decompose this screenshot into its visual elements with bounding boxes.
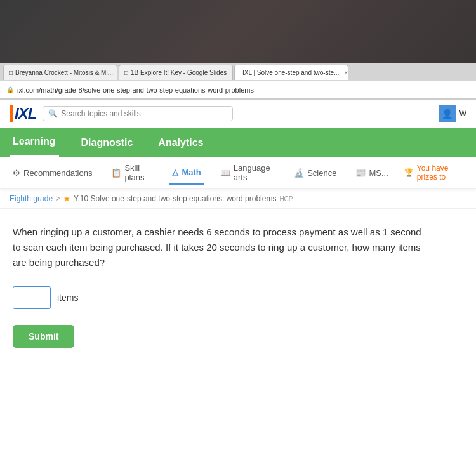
recommendations-icon: ⚙ xyxy=(13,168,20,178)
tab-3-close[interactable]: × xyxy=(344,69,348,76)
ixl-site: IXL 🔍 👤 W Learning Diagnostic Analytics xyxy=(0,100,476,476)
tabs-bar: □ Breyanna Crockett - Mitosis & Mi... × … xyxy=(0,63,476,81)
tab-1[interactable]: □ Breyanna Crockett - Mitosis & Mi... × xyxy=(3,65,117,80)
recommendations-label: Recommendations xyxy=(23,168,92,178)
tab-1-label: Breyanna Crockett - Mitosis & Mi... xyxy=(15,69,113,76)
science-icon: 🔬 xyxy=(294,168,304,178)
tab-2-label: 1B Explore It! Key - Google Slides xyxy=(131,69,227,76)
logo-text: IXL xyxy=(15,105,36,122)
bezel-top xyxy=(0,0,476,63)
ms-label: MS... xyxy=(369,168,388,178)
search-icon: 🔍 xyxy=(48,109,58,118)
math-label: Math xyxy=(182,168,201,177)
user-label: W xyxy=(459,109,466,118)
ixl-logo[interactable]: IXL xyxy=(10,105,36,122)
search-box[interactable]: 🔍 xyxy=(43,106,233,121)
ixl-nav: Learning Diagnostic Analytics xyxy=(0,128,476,157)
skill-plans-label: Skill plans xyxy=(124,163,153,182)
submit-button[interactable]: Submit xyxy=(13,325,74,348)
breadcrumb-chevron: > xyxy=(56,194,60,203)
skill-plans-icon: 📋 xyxy=(111,168,121,178)
tab-2-favicon: □ xyxy=(124,69,128,77)
ms-icon: 📰 xyxy=(355,168,366,178)
language-arts-icon: 📖 xyxy=(220,168,230,178)
nav-analytics[interactable]: Analytics xyxy=(155,129,206,156)
question-text: When ringing up a customer, a cashier ne… xyxy=(13,225,425,270)
subnav-science[interactable]: 🔬 Science xyxy=(291,162,340,184)
subnav-skill-plans[interactable]: 📋 Skill plans xyxy=(108,157,156,188)
tab-3[interactable]: IXL | Solve one-step and two-ste... × xyxy=(234,65,348,80)
search-input[interactable] xyxy=(61,109,227,118)
breadcrumb-grade[interactable]: Eighth grade xyxy=(10,194,53,203)
tab-2-close[interactable]: × xyxy=(232,69,233,76)
address-bar[interactable]: 🔒 ixl.com/math/grade-8/solve-one-step-an… xyxy=(0,81,476,99)
answer-input[interactable] xyxy=(13,286,51,309)
ixl-content: When ringing up a customer, a cashier ne… xyxy=(0,209,476,364)
tab-1-favicon: □ xyxy=(9,69,13,77)
logo-bar xyxy=(10,105,13,122)
user-avatar: 👤 xyxy=(439,105,456,122)
subnav-recommendations[interactable]: ⚙ Recommendations xyxy=(10,162,95,184)
prize-icon: 🏆 xyxy=(404,168,414,177)
prizes-label: You have prizes to xyxy=(417,164,466,182)
subnav-prizes: 🏆 You have prizes to xyxy=(404,164,466,182)
screen: □ Breyanna Crockett - Mitosis & Mi... × … xyxy=(0,63,476,476)
nav-learning[interactable]: Learning xyxy=(10,128,59,157)
breadcrumb-tag: HCP xyxy=(279,195,293,202)
breadcrumb-star: ★ xyxy=(63,194,70,203)
science-label: Science xyxy=(307,168,336,178)
answer-area: items xyxy=(13,286,463,309)
nav-diagnostic[interactable]: Diagnostic xyxy=(78,129,136,156)
tab-2[interactable]: □ 1B Explore It! Key - Google Slides × xyxy=(119,65,233,80)
math-icon: △ xyxy=(172,168,178,177)
ixl-header: IXL 🔍 👤 W xyxy=(0,100,476,128)
browser-chrome: □ Breyanna Crockett - Mitosis & Mi... × … xyxy=(0,63,476,100)
header-user[interactable]: 👤 W xyxy=(439,105,466,122)
subnav-math[interactable]: △ Math xyxy=(169,161,204,185)
subnav-ms[interactable]: 📰 MS... xyxy=(352,162,391,184)
breadcrumb-skill: Y.10 Solve one-step and two-step equatio… xyxy=(74,194,276,203)
language-arts-label: Language arts xyxy=(234,163,275,182)
ixl-subnav: ⚙ Recommendations 📋 Skill plans △ Math 📖… xyxy=(0,157,476,189)
lock-icon: 🔒 xyxy=(6,86,14,93)
url-text: ixl.com/math/grade-8/solve-one-step-and-… xyxy=(17,86,254,94)
tab-3-label: IXL | Solve one-step and two-ste... xyxy=(242,69,339,76)
subnav-language-arts[interactable]: 📖 Language arts xyxy=(217,157,278,188)
answer-label: items xyxy=(57,293,78,303)
breadcrumb: Eighth grade > ★ Y.10 Solve one-step and… xyxy=(0,189,476,209)
user-icon: 👤 xyxy=(442,109,453,119)
